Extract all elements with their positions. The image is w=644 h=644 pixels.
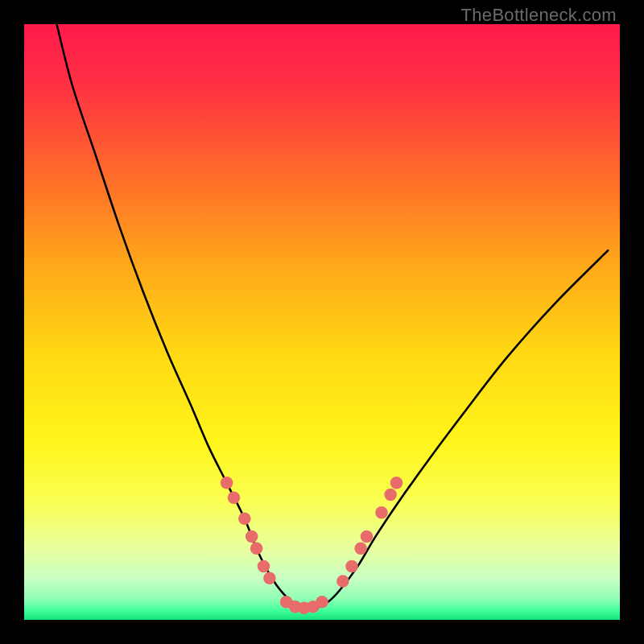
- curve-markers: [221, 477, 402, 614]
- curve-marker: [375, 506, 388, 519]
- curve-marker: [384, 489, 397, 502]
- curve-layer: [24, 24, 620, 620]
- chart-frame: TheBottleneck.com: [0, 0, 644, 644]
- curve-marker: [228, 492, 241, 505]
- curve-marker: [258, 560, 270, 573]
- curve-marker: [263, 572, 276, 584]
- curve-marker: [336, 575, 349, 588]
- curve-marker: [221, 477, 233, 489]
- curve-marker: [354, 542, 367, 555]
- curve-marker: [361, 530, 374, 543]
- bottleneck-curve: [54, 24, 608, 609]
- watermark-text: TheBottleneck.com: [461, 5, 617, 26]
- curve-marker: [250, 542, 263, 555]
- curve-marker: [345, 560, 358, 573]
- curve-marker: [238, 512, 251, 525]
- curve-marker: [390, 477, 403, 489]
- plot-area: [24, 24, 620, 620]
- curve-marker: [246, 530, 258, 543]
- curve-marker: [316, 596, 328, 609]
